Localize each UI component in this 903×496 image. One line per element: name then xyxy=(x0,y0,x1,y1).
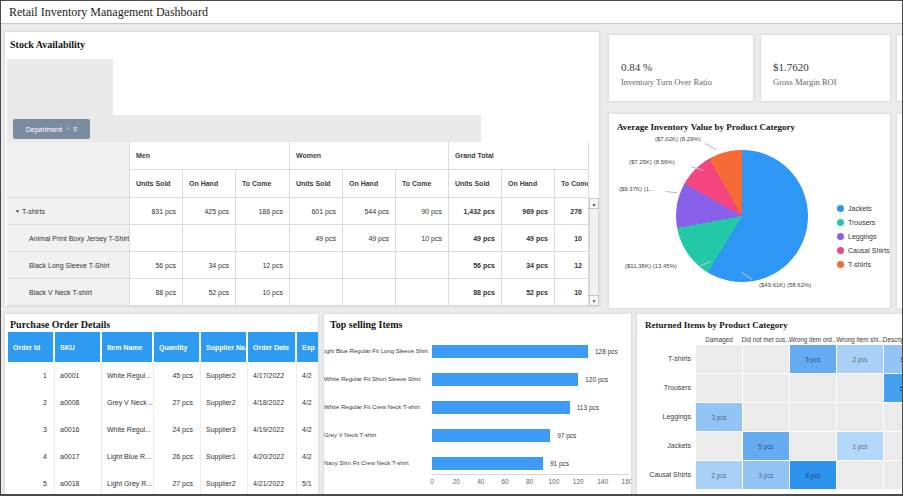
pivot-measure-header[interactable]: On Hand xyxy=(502,170,555,198)
heatmap-cell[interactable]: 6 pcs xyxy=(884,374,903,402)
bar[interactable] xyxy=(432,401,570,414)
pivot-row-label[interactable]: Black Long Sleeve T-Shirt xyxy=(7,252,130,279)
legend-item[interactable]: Leggings xyxy=(837,233,876,240)
column-header[interactable]: Item Name xyxy=(102,332,154,362)
kpi-value: $1.7620 xyxy=(773,61,809,73)
pivot-group-header[interactable]: Men xyxy=(130,142,290,170)
table-cell: 24 pcs xyxy=(154,416,201,443)
heatmap-cell[interactable]: 1 pcs xyxy=(837,432,883,460)
table-cell: White Regul... xyxy=(102,362,154,389)
collapse-icon[interactable]: ▼ xyxy=(15,208,20,214)
heatmap-cell[interactable] xyxy=(884,461,903,489)
pivot-value-cell: 425 pcs xyxy=(183,198,236,225)
heatmap-cell[interactable] xyxy=(743,374,789,402)
table-cell: a0016 xyxy=(55,416,102,443)
x-axis-tick-label: 120 xyxy=(567,478,589,485)
side-panel-partial xyxy=(896,113,903,309)
column-header[interactable]: Supplier Na... xyxy=(201,332,248,362)
column-header[interactable]: Order Id xyxy=(8,332,55,362)
pivot-measure-header[interactable]: On Hand xyxy=(343,170,396,198)
legend-item[interactable]: Jackets xyxy=(837,205,872,212)
heatmap-cell[interactable]: 5 pcs xyxy=(743,432,789,460)
table-cell: a0001 xyxy=(55,362,102,389)
heatmap-cell[interactable] xyxy=(837,374,883,402)
pivot-row-label[interactable]: ▼T-shirts xyxy=(7,198,130,225)
pivot-measure-header[interactable]: To Come xyxy=(555,170,589,198)
sort-ascending-icon[interactable]: ↑ xyxy=(66,126,69,132)
table-cell: 5/1 xyxy=(297,470,319,495)
heatmap-cell[interactable] xyxy=(790,403,836,431)
heatmap-cell[interactable]: 2 pcs xyxy=(696,461,742,489)
heatmap-cell[interactable]: 3 pcs xyxy=(743,461,789,489)
heatmap-cell[interactable] xyxy=(696,345,742,373)
pivot-measure-header[interactable]: To Come xyxy=(236,170,290,198)
pivot-measure-header[interactable]: Units Sold xyxy=(449,170,502,198)
column-header[interactable]: Quantity xyxy=(154,332,201,362)
heatmap-cell[interactable] xyxy=(696,432,742,460)
department-filter-label: Department xyxy=(26,126,63,133)
purchase-order-title: Purchase Order Details xyxy=(10,319,110,330)
kpi-label: Inventory Turn Over Ratio xyxy=(621,77,712,87)
pivot-value-cell xyxy=(396,252,449,279)
pivot-group-header[interactable]: Grand Total xyxy=(449,142,589,170)
pivot-value-cell: 34 pcs xyxy=(502,252,555,279)
heatmap-cell[interactable]: 2 pcs xyxy=(837,345,883,373)
column-header[interactable]: Exp xyxy=(297,332,319,362)
heatmap-cell[interactable] xyxy=(696,374,742,402)
pivot-measure-header[interactable]: Units Sold xyxy=(130,170,183,198)
pivot-values-dropzone xyxy=(7,59,113,115)
heatmap-cell[interactable]: 8 pcs xyxy=(790,461,836,489)
pie-slice-label: ($11.38K) (13.45%) xyxy=(625,263,677,269)
pivot-group-header[interactable]: Women xyxy=(290,142,449,170)
bar[interactable] xyxy=(432,345,588,358)
table-cell: Supplier2 xyxy=(201,362,248,389)
department-filter-button[interactable]: Department ↑ ∇ xyxy=(13,119,90,139)
table-cell: a0017 xyxy=(55,443,102,470)
bar-value-label: 97 pcs xyxy=(557,432,576,439)
table-cell: 26 pcs xyxy=(154,443,201,470)
legend-item[interactable]: Trousers xyxy=(837,219,875,226)
pivot-value-cell xyxy=(290,252,343,279)
table-cell: 27 pcs xyxy=(154,389,201,416)
heatmap-cell[interactable]: 5 pcs xyxy=(790,345,836,373)
heatmap-cell[interactable]: 3 pcs xyxy=(696,403,742,431)
heatmap-cell[interactable] xyxy=(884,403,903,431)
bar[interactable] xyxy=(432,457,543,470)
stock-availability-title: Stock Availability xyxy=(10,39,85,50)
kpi-label: Gross Margin ROI xyxy=(773,77,837,87)
pivot-measure-header[interactable]: Units Sold xyxy=(290,170,343,198)
heatmap-cell[interactable] xyxy=(837,403,883,431)
heatmap-cell[interactable] xyxy=(790,374,836,402)
pivot-value-cell: 10 xyxy=(555,279,589,306)
pivot-value-cell: 601 pcs xyxy=(290,198,343,225)
heatmap-cell[interactable] xyxy=(837,461,883,489)
bar[interactable] xyxy=(432,429,550,442)
heatmap-cell[interactable]: 3 pcs xyxy=(884,345,903,373)
heatmap-cell[interactable] xyxy=(790,432,836,460)
pivot-value-cell: 34 pcs xyxy=(183,252,236,279)
pivot-row-label[interactable]: Animal Print Boxy Jersey T-Shirt xyxy=(7,225,130,252)
scroll-down-button[interactable]: ▼ xyxy=(589,295,599,306)
scroll-up-button[interactable]: ▲ xyxy=(589,198,599,209)
table-row: 4a0017Light Blue R...26 pcsSupplier14/20… xyxy=(8,443,319,471)
heatmap-cell[interactable] xyxy=(743,345,789,373)
legend-item[interactable]: T-shirts xyxy=(837,261,871,268)
heatmap-cell[interactable] xyxy=(884,432,903,460)
bar[interactable] xyxy=(432,373,578,386)
pivot-row-label[interactable]: Black V Neck T-shirt xyxy=(7,279,130,306)
pivot-value-cell xyxy=(236,225,290,252)
heatmap-cell[interactable] xyxy=(743,403,789,431)
filter-funnel-icon[interactable]: ∇ xyxy=(73,126,77,133)
column-header[interactable]: Order Date xyxy=(248,332,297,362)
table-cell: Supplier3 xyxy=(201,416,248,443)
table-row: 3a0016White Regul...24 pcsSupplier34/19/… xyxy=(8,416,319,444)
pivot-measure-header[interactable]: On Hand xyxy=(183,170,236,198)
pivot-vertical-scrollbar[interactable] xyxy=(589,198,599,306)
table-cell: 27 pcs xyxy=(154,470,201,495)
column-header[interactable]: SKU xyxy=(55,332,102,362)
legend-item[interactable]: Causal Shirts xyxy=(837,247,890,254)
table-cell: 3 xyxy=(8,416,55,443)
pivot-value-cell: 88 pcs xyxy=(130,279,183,306)
pie-chart[interactable] xyxy=(676,150,808,282)
pivot-measure-header[interactable]: To Come xyxy=(396,170,449,198)
